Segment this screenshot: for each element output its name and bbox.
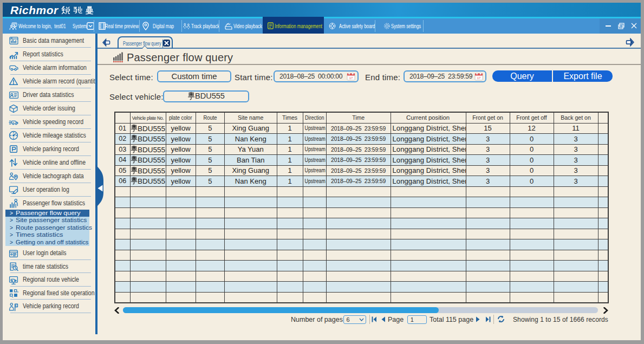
svg-text:17: 17 [477,76,481,79]
svg-text:17: 17 [349,76,353,79]
